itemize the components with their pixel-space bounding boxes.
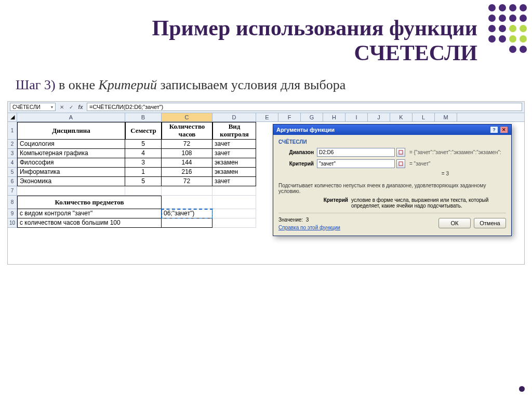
param-name: Критерий (278, 197, 351, 209)
confirm-icon[interactable]: ✓ (67, 103, 75, 111)
param-description: условие в форме числа, выражения или тек… (351, 197, 506, 209)
cell[interactable]: Информатика (17, 168, 125, 177)
cell[interactable]: 5 (125, 177, 162, 186)
row-number[interactable]: 7 (8, 186, 17, 196)
col-header[interactable]: A (17, 113, 125, 121)
cell[interactable]: 3 (125, 158, 162, 168)
cell[interactable]: 5 (125, 140, 162, 149)
row-number[interactable]: 1 (8, 122, 17, 140)
cell[interactable]: Вид контроля (212, 122, 256, 140)
range-preview: = {"зачет":"зачет":"экзамен":"экзамен": (409, 149, 501, 155)
formula-input[interactable]: =СЧЁТЕСЛИ(D2:D6;"зачет") (87, 103, 522, 111)
function-name: СЧЁТЕСЛИ (278, 139, 506, 145)
col-header[interactable]: J (368, 113, 390, 121)
cell[interactable]: Дисциплина (17, 122, 125, 140)
row-number[interactable]: 2 (8, 140, 17, 149)
col-header[interactable]: K (390, 113, 413, 121)
function-arguments-dialog: Аргументы функции ? ✕ СЧЁТЕСЛИ Диапазон … (273, 124, 512, 236)
svg-rect-0 (399, 150, 403, 154)
col-header[interactable]: L (413, 113, 435, 121)
row-number[interactable]: 5 (8, 168, 17, 177)
cell[interactable]: зачет (212, 149, 256, 158)
decorative-dots (488, 4, 527, 53)
cell[interactable] (125, 186, 162, 196)
cell[interactable]: 108 (162, 149, 212, 158)
cancel-icon[interactable]: ✕ (58, 103, 66, 111)
row-number[interactable]: 3 (8, 149, 17, 158)
value-label: Значение: 3 (278, 217, 309, 223)
help-icon[interactable]: ? (490, 126, 498, 133)
slide-title: Пример использования функции СЧЕТЕСЛИ (0, 0, 532, 77)
col-header[interactable]: H (323, 113, 345, 121)
row-number[interactable]: 10 (8, 218, 17, 228)
cell[interactable]: 144 (162, 158, 212, 168)
row-number[interactable]: 6 (8, 177, 17, 186)
cell[interactable]: экзамен (212, 158, 256, 168)
criteria-picker-icon[interactable] (396, 159, 405, 168)
cell[interactable]: Социология (17, 140, 125, 149)
footer-dot (519, 386, 525, 392)
col-header[interactable]: B (125, 113, 162, 121)
cell[interactable] (162, 196, 212, 209)
cancel-button[interactable]: Отмена (474, 218, 506, 228)
cell[interactable]: Компьютерная графика (17, 149, 125, 158)
cell[interactable]: 1 (125, 168, 162, 177)
column-headers: ◢ A B C D E F G H I J K L M (8, 113, 524, 122)
cell[interactable]: 72 (162, 177, 212, 186)
criteria-preview: = "зачет" (409, 161, 431, 167)
cell[interactable]: зачет (212, 177, 256, 186)
row-number[interactable]: 9 (8, 209, 17, 218)
active-cell[interactable]: 06;"зачет") (162, 209, 212, 218)
col-header[interactable]: I (345, 113, 368, 121)
name-box[interactable]: СЧЁТЕСЛИ▾ (10, 103, 56, 111)
close-icon[interactable]: ✕ (500, 126, 508, 133)
chevron-down-icon[interactable]: ▾ (51, 105, 53, 109)
cell[interactable]: Экономика (17, 177, 125, 186)
svg-rect-1 (399, 161, 403, 165)
col-header[interactable]: F (278, 113, 301, 121)
criteria-label: Критерий (278, 161, 317, 167)
cell[interactable] (212, 196, 256, 209)
range-picker-icon[interactable] (396, 148, 405, 157)
cell[interactable]: зачет (212, 140, 256, 149)
cell[interactable]: Философия (17, 158, 125, 168)
col-header[interactable]: D (212, 113, 256, 121)
row-number[interactable]: 8 (8, 196, 17, 209)
dialog-titlebar[interactable]: Аргументы функции ? ✕ (273, 125, 511, 135)
cell[interactable]: с количеством часов большим 100 (17, 218, 162, 228)
range-label: Диапазон (278, 149, 317, 155)
col-header[interactable]: G (301, 113, 323, 121)
cell[interactable] (162, 218, 212, 228)
cell[interactable] (212, 186, 256, 196)
help-link[interactable]: Справка по этой функции (278, 225, 340, 230)
col-header[interactable]: M (435, 113, 457, 121)
range-input[interactable]: D2:D6 (317, 148, 395, 157)
ok-button[interactable]: ОК (438, 218, 471, 228)
col-header[interactable]: C (162, 113, 212, 121)
col-header[interactable]: E (256, 113, 278, 121)
cell[interactable]: Количество часов (162, 122, 212, 140)
result-equals: = 3 (278, 171, 506, 176)
cell[interactable] (162, 186, 212, 196)
fx-icon[interactable]: fx (76, 103, 85, 111)
cell[interactable]: Семестр (125, 122, 162, 140)
function-description: Подсчитывает количество непустых ячеек в… (278, 183, 506, 194)
criteria-input[interactable]: "зачет" (317, 159, 395, 168)
row-number[interactable]: 4 (8, 158, 17, 168)
cell[interactable]: 4 (125, 149, 162, 158)
step-description: Шаг 3) в окне Критерий записываем услови… (0, 77, 532, 101)
cell[interactable] (212, 218, 256, 228)
excel-screenshot: СЧЁТЕСЛИ▾ ✕ ✓ fx =СЧЁТЕСЛИ(D2:D6;"зачет"… (7, 101, 525, 265)
cell[interactable]: с видом контроля "зачет" (17, 209, 162, 218)
cell[interactable]: 72 (162, 140, 212, 149)
cell[interactable] (212, 209, 256, 218)
formula-bar: СЧЁТЕСЛИ▾ ✕ ✓ fx =СЧЁТЕСЛИ(D2:D6;"зачет"… (8, 102, 524, 113)
cell[interactable]: экзамен (212, 168, 256, 177)
cell[interactable]: 216 (162, 168, 212, 177)
select-all-corner[interactable]: ◢ (8, 113, 17, 121)
cell[interactable]: Количество предметов (17, 196, 162, 209)
cell[interactable] (17, 186, 125, 196)
